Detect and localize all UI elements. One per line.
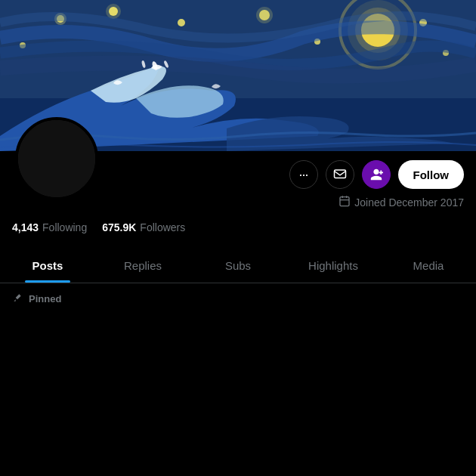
svg-rect-20 (334, 170, 345, 178)
joined-info: Joined December 2017 (0, 195, 476, 215)
pinned-row: Pinned (0, 283, 476, 314)
person-add-icon (369, 168, 383, 181)
following-count: 4,143 (12, 221, 39, 233)
tab-media-label: Media (413, 259, 444, 272)
subscribe-button[interactable] (362, 160, 391, 189)
svg-rect-21 (340, 197, 349, 206)
tab-media[interactable]: Media (381, 249, 476, 283)
tab-replies[interactable]: Replies (95, 249, 190, 283)
following-label: Following (42, 221, 87, 233)
tab-subs[interactable]: Subs (190, 249, 286, 283)
calendar-icon (338, 195, 351, 209)
pin-icon (12, 292, 23, 305)
followers-count: 675.9K (102, 221, 136, 233)
svg-point-11 (256, 7, 273, 23)
avatar (15, 117, 98, 200)
profile-tabs: Posts Replies Subs Highlights Media (0, 249, 476, 283)
tab-replies-label: Replies (124, 259, 162, 272)
following-stat[interactable]: 4,143 Following (12, 221, 87, 233)
tab-posts[interactable]: Posts (0, 249, 95, 283)
follow-button[interactable]: Follow (398, 160, 465, 189)
message-button[interactable] (326, 160, 354, 189)
more-icon: ··· (298, 167, 308, 183)
profile-page: ··· Follow Joined December 2017 (0, 0, 476, 476)
tab-highlights[interactable]: Highlights (286, 249, 381, 283)
tab-subs-label: Subs (225, 259, 251, 272)
stats-row: 4,143 Following 675.9K Followers (0, 215, 476, 246)
svg-point-9 (178, 19, 185, 26)
followers-label: Followers (140, 221, 185, 233)
tab-posts-label: Posts (32, 259, 63, 272)
avatar-image (18, 120, 95, 197)
tab-highlights-label: Highlights (308, 259, 358, 272)
more-options-button[interactable]: ··· (289, 160, 318, 189)
joined-text: Joined December 2017 (354, 196, 464, 209)
message-icon (333, 168, 347, 181)
svg-point-8 (106, 4, 121, 19)
followers-stat[interactable]: 675.9K Followers (102, 221, 185, 233)
pinned-label: Pinned (29, 293, 61, 304)
